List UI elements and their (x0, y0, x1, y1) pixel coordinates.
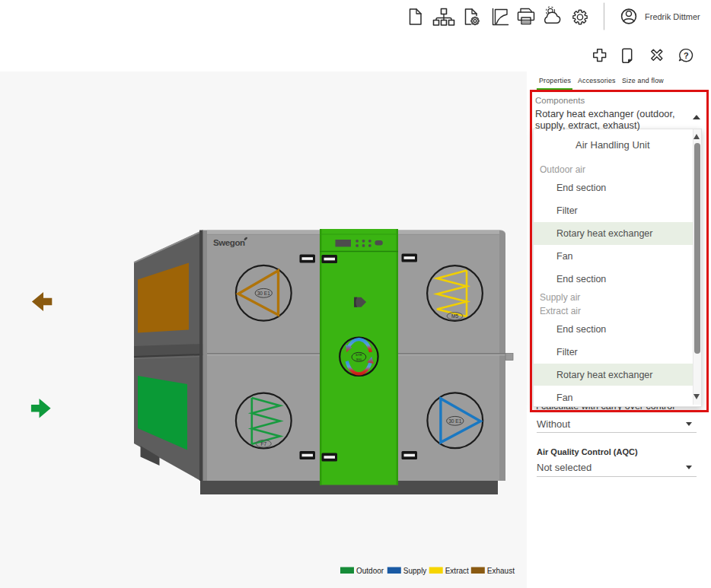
svg-text:M5: M5 (451, 313, 458, 319)
svg-text:Swegon: Swegon (213, 238, 245, 247)
svg-text:?: ? (684, 51, 689, 60)
svg-text:Outdoor: Outdoor (356, 567, 384, 575)
svg-text:Supply: Supply (403, 567, 427, 575)
svg-text:900: 900 (356, 358, 362, 361)
svg-text:30 E1: 30 E1 (257, 291, 271, 296)
svg-text:Fredrik Dittmer: Fredrik Dittmer (645, 12, 700, 21)
svg-text:Extract: Extract (445, 567, 469, 575)
svg-text:30 E1: 30 E1 (448, 418, 462, 424)
svg-text:F7: F7 (260, 441, 266, 447)
svg-text:Exhaust: Exhaust (487, 567, 515, 575)
